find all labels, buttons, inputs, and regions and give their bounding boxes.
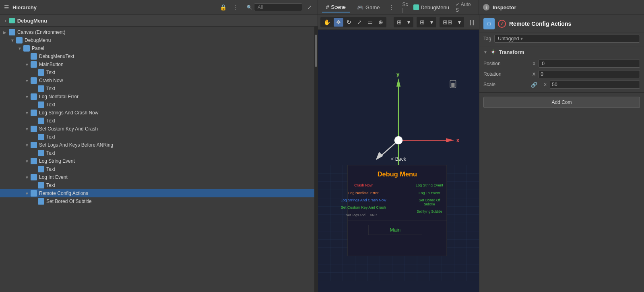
tree-item-debugmenutext[interactable]: DebugMenuText <box>0 52 314 60</box>
position-x-field[interactable]: 0 <box>539 60 640 68</box>
tree-item-setcustomkey[interactable]: ▼Set Custom Key And Crash <box>0 125 314 133</box>
svg-text:Log String Event: Log String Event <box>416 183 444 187</box>
tree-label-logstringevent-text: Text <box>46 166 55 172</box>
tag-label: Tag <box>483 36 491 41</box>
tree-icon-lognonfatal-text <box>38 101 44 108</box>
transform-component: ▼ Transform Position X 0 <box>479 46 644 93</box>
tree-arrow-debugmenu: ▼ <box>10 38 16 43</box>
hand-tool[interactable]: ✋ <box>321 18 333 27</box>
tree-item-lognonfatal-text[interactable]: Text <box>0 101 314 109</box>
svg-text:Log To Event: Log To Event <box>419 191 440 195</box>
transform-header[interactable]: ▼ Transform <box>483 49 640 55</box>
svg-text:< Back: < Back <box>391 157 407 162</box>
rect-tool[interactable]: ▭ <box>365 18 375 27</box>
scene-more-options[interactable]: ⋮ <box>387 3 396 11</box>
transform-tool[interactable]: ⊕ <box>376 18 386 27</box>
tree-item-debugmenu[interactable]: ▼DebugMenu <box>0 36 314 44</box>
tree-item-canvas[interactable]: ▶Canvas (Environment) <box>0 28 314 36</box>
scene-game-panel: ✋ ✥ ↻ ⤢ ▭ ⊕ ⊞ ▾ ⊞ ▾ ⊞⊞ ▾ ||| <box>318 15 479 292</box>
svg-text:Debug Menu: Debug Menu <box>378 170 417 178</box>
hierarchy-scrollbar[interactable] <box>314 27 318 292</box>
tree-label-crashnow-text: Text <box>46 86 55 91</box>
snap-btn[interactable]: ⊞ <box>417 18 427 27</box>
svg-text:Main: Main <box>390 227 400 233</box>
svg-text:x: x <box>456 137 460 143</box>
expand-icon[interactable]: ⤢ <box>305 3 314 11</box>
tree-icon-lognonfatal <box>31 93 37 100</box>
scale-x-icon: X <box>544 82 547 87</box>
tag-dropdown-arrow: ▾ <box>520 36 523 41</box>
scene-svg: y x Debug Menu Crash Now Log Nonfatal Er… <box>318 30 479 292</box>
tree-label-logintevent: Log Int Event <box>39 174 68 180</box>
lock-icon[interactable]: 🔒 <box>218 3 228 11</box>
tree-item-setlogskeys-text[interactable]: Text <box>0 149 314 157</box>
tree-item-remoteconfigactions[interactable]: ▼Remote Config Actions <box>0 189 314 197</box>
add-component-button[interactable]: Add Com <box>483 97 640 108</box>
tree-icon-logstringevent <box>31 158 37 164</box>
tree-item-mainbutton-text[interactable]: Text <box>0 68 314 77</box>
tree-item-lognonfatal[interactable]: ▼Log Nonfatal Error <box>0 93 314 101</box>
grid-tools-group: ⊞ ▾ <box>394 17 413 27</box>
tree-item-panel[interactable]: ▼Panel <box>0 44 314 52</box>
tree-item-logstrings[interactable]: ▼Log Strings And Crash Now <box>0 109 314 117</box>
hamburger-icon[interactable]: ☰ <box>4 4 9 10</box>
scale-row: Scale 🔗 X 50 <box>483 79 640 90</box>
search-input[interactable] <box>254 3 302 11</box>
game-tab[interactable]: 🎮 Game <box>353 3 384 12</box>
view-btn[interactable]: ⊞⊞ <box>440 18 455 27</box>
position-xyz-fields: 0 <box>539 60 640 68</box>
tree-icon-logstrings-text <box>38 118 44 124</box>
tree-item-setboredofsubtitle[interactable]: Set Bored Of Subtitle <box>0 197 314 205</box>
tree-item-logstrings-text[interactable]: Text <box>0 117 314 125</box>
tree-arrow-crashnow: ▼ <box>25 79 31 83</box>
game-icon: 🎮 <box>357 4 363 10</box>
svg-text:Log Strings And Crash Now: Log Strings And Crash Now <box>341 198 386 202</box>
svg-point-32 <box>394 136 403 145</box>
auto-label: ✓ Auto S <box>456 2 475 13</box>
position-label: Position <box>483 61 528 66</box>
snap-dropdown[interactable]: ▾ <box>428 18 436 27</box>
svg-point-57 <box>492 51 494 53</box>
tree-item-setlogskeys[interactable]: ▼Set Logs And Keys Before ANRing <box>0 141 314 149</box>
transform-icon <box>490 49 496 55</box>
inspector-info-icon: i <box>483 4 489 10</box>
tree-icon-crashnow <box>31 77 37 84</box>
rotate-tool[interactable]: ↻ <box>344 18 354 27</box>
grid-dropdown[interactable]: ▾ <box>405 18 413 27</box>
svg-text:Set flying Subtitle: Set flying Subtitle <box>417 210 442 213</box>
tree-icon-mainbutton <box>31 61 37 68</box>
tree-item-logstringevent-text[interactable]: Text <box>0 165 314 173</box>
view-dropdown[interactable]: ▾ <box>456 18 463 27</box>
tree-item-crashnow-text[interactable]: Text <box>0 85 314 93</box>
tree-item-mainbutton[interactable]: ▼MainButton <box>0 60 314 68</box>
scene-cube-icon <box>413 4 419 10</box>
svg-text:Subtitle: Subtitle <box>424 203 435 206</box>
hierarchy-back-arrow[interactable]: ‹ <box>5 17 7 24</box>
tree-icon-logstringevent-text <box>38 166 44 172</box>
transform-arrow: ▼ <box>483 50 487 54</box>
object-cube-symbol: □ <box>487 21 490 27</box>
scale-tool[interactable]: ⤢ <box>355 18 364 27</box>
svg-text:Log Nonfatal Error: Log Nonfatal Error <box>348 191 378 195</box>
more-options-icon[interactable]: ⋮ <box>231 3 240 11</box>
layers-btn[interactable]: ||| <box>467 18 477 27</box>
active-checkbox[interactable]: ✓ <box>498 20 506 28</box>
scene-tab[interactable]: # Scene <box>322 2 350 12</box>
grid-btn[interactable]: ⊞ <box>394 18 404 27</box>
search-prefix: 🔍 <box>247 5 252 10</box>
tree-item-logstringevent[interactable]: ▼Log String Event <box>0 157 314 165</box>
tree-item-logintevent[interactable]: ▼Log Int Event <box>0 173 314 181</box>
inspector-object-icon: □ <box>483 18 495 29</box>
move-tool[interactable]: ✥ <box>334 18 343 27</box>
svg-text:Set Logs And ... ANR: Set Logs And ... ANR <box>346 213 377 217</box>
scene-breadcrumb-name: DebugMenu <box>421 4 449 10</box>
tag-value[interactable]: Untagged ▾ <box>494 35 640 43</box>
tree-item-setcustomkey-text[interactable]: Text <box>0 133 314 141</box>
main-content: ‹ DebugMenu ▶Canvas (Environment)▼DebugM… <box>0 15 644 292</box>
rotation-x-field[interactable]: 0 <box>539 70 640 78</box>
tree-item-crashnow[interactable]: ▼Crash Now <box>0 77 314 85</box>
scale-x-field[interactable]: 50 <box>550 81 640 89</box>
tree-item-logintevent-text[interactable]: Text <box>0 181 314 189</box>
tree-arrow-logstrings: ▼ <box>25 111 31 115</box>
rotation-row: Rotation X 0 <box>483 69 640 79</box>
